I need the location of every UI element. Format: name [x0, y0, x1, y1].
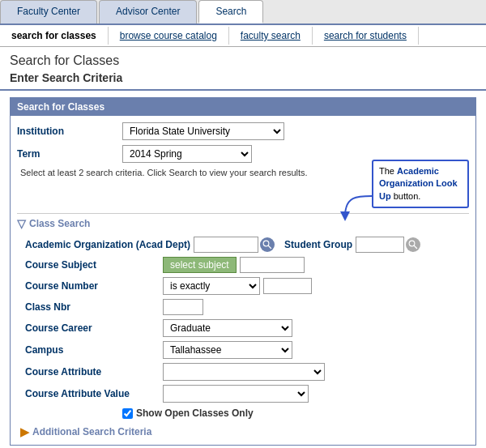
- sub-tab-faculty-search[interactable]: faculty search: [229, 27, 313, 45]
- course-subject-input[interactable]: [240, 257, 305, 273]
- course-subject-row: Course Subject select subject: [25, 257, 469, 273]
- class-search-label: Class Search: [29, 218, 90, 229]
- course-number-row: Course Number is exactly begins with con…: [25, 277, 469, 295]
- academic-org-input[interactable]: [194, 237, 258, 253]
- page-subtitle: Enter Search Criteria: [10, 71, 476, 84]
- campus-label: Campus: [25, 344, 163, 356]
- class-search-fields: Academic Organization (Acad Dept) Studen…: [17, 237, 469, 403]
- course-career-select[interactable]: Graduate Undergraduate Professional Non-…: [163, 319, 292, 337]
- tooltip-box: The Academic Organization Look Up button…: [372, 160, 469, 208]
- course-career-label: Course Career: [25, 322, 163, 334]
- academic-org-label: Academic Organization (Acad Dept): [25, 239, 190, 250]
- course-subject-label: Course Subject: [25, 259, 163, 271]
- show-open-classes-checkbox[interactable]: [122, 408, 133, 419]
- course-number-input[interactable]: [263, 278, 312, 294]
- page-title-area: Search for Classes Enter Search Criteria: [0, 47, 486, 91]
- student-group-input[interactable]: [356, 237, 404, 253]
- course-attribute-label: Course Attribute: [25, 366, 163, 378]
- course-attribute-value-row: Course Attribute Value: [25, 385, 469, 403]
- svg-line-3: [414, 245, 416, 248]
- additional-search-criteria-toggle[interactable]: ▶ Additional Search Criteria: [17, 425, 469, 438]
- academic-org-row: Academic Organization (Acad Dept) Studen…: [25, 237, 469, 253]
- term-select[interactable]: 2014 Spring: [122, 145, 252, 163]
- institution-select[interactable]: Florida State University: [122, 122, 284, 140]
- institution-row: Institution Florida State University: [17, 122, 469, 140]
- select-subject-button[interactable]: select subject: [163, 257, 237, 273]
- course-attribute-value-label: Course Attribute Value: [25, 388, 163, 399]
- tab-faculty-center[interactable]: Faculty Center: [0, 0, 97, 23]
- course-career-row: Course Career Graduate Undergraduate Pro…: [25, 319, 469, 337]
- student-group-label: Student Group: [284, 239, 352, 250]
- search-panel-body: Institution Florida State University Ter…: [11, 116, 475, 445]
- tooltip-arrow-icon: [341, 192, 375, 220]
- search-icon-2: [408, 240, 418, 250]
- show-open-classes-row: Show Open Classes Only: [17, 407, 469, 419]
- search-panel: Search for Classes Institution Florida S…: [10, 97, 476, 446]
- criteria-note: Select at least 2 search criteria. Click…: [17, 168, 364, 177]
- tab-advisor-center[interactable]: Advisor Center: [99, 0, 197, 23]
- course-attribute-row: Course Attribute: [25, 363, 469, 381]
- course-number-label: Course Number: [25, 280, 163, 292]
- course-number-select[interactable]: is exactly begins with contains >= <=: [163, 277, 260, 295]
- academic-org-lookup-button[interactable]: [260, 237, 275, 252]
- institution-label: Institution: [17, 126, 122, 137]
- class-nbr-input[interactable]: [163, 299, 203, 315]
- student-group-lookup-button[interactable]: [406, 237, 420, 252]
- page-title: Search for Classes: [10, 53, 476, 68]
- chevron-right-icon: ▶: [20, 425, 29, 438]
- sub-tab-browse-course-catalog[interactable]: browse course catalog: [109, 27, 229, 45]
- class-search-toggle[interactable]: ▽ Class Search: [17, 217, 469, 230]
- sub-navigation: search for classes browse course catalog…: [0, 25, 486, 47]
- term-label: Term: [17, 148, 122, 160]
- tab-search[interactable]: Search: [198, 0, 263, 23]
- campus-row: Campus Tallahassee Panama City Online: [25, 341, 469, 359]
- course-attribute-select[interactable]: [163, 363, 325, 381]
- search-panel-header: Search for Classes: [11, 98, 475, 116]
- search-icon: [262, 240, 272, 250]
- chevron-down-icon: ▽: [17, 217, 26, 230]
- sub-tab-search-for-students[interactable]: search for students: [313, 27, 419, 45]
- class-nbr-row: Class Nbr: [25, 299, 469, 315]
- top-navigation: Faculty Center Advisor Center Search: [0, 0, 486, 25]
- show-open-classes-label: Show Open Classes Only: [136, 407, 254, 419]
- course-attribute-value-select[interactable]: [163, 385, 309, 403]
- class-nbr-label: Class Nbr: [25, 301, 163, 313]
- campus-select[interactable]: Tallahassee Panama City Online: [163, 341, 292, 359]
- additional-criteria-label: Additional Search Criteria: [32, 426, 151, 437]
- svg-line-1: [268, 245, 271, 248]
- sub-tab-search-for-classes[interactable]: search for classes: [0, 27, 109, 45]
